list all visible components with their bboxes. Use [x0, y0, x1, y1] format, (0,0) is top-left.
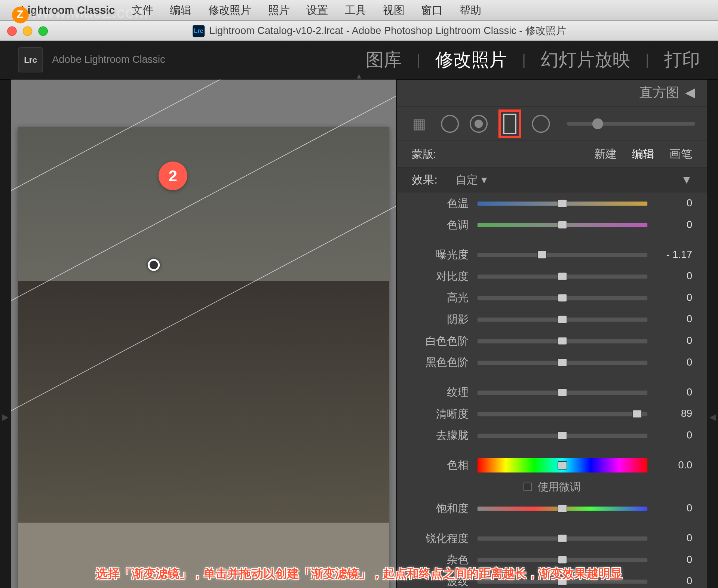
collapse-right-icon[interactable]: ◀: [707, 80, 718, 588]
slider-temp[interactable]: 色温0: [397, 193, 707, 214]
slider-hue[interactable]: 色相0.0: [397, 455, 707, 476]
maximize-window-icon[interactable]: [38, 26, 48, 36]
main-area: ▶ 显示编辑标记: 总是 ▾ 显示选定的蒙版叠加 完成 直方图◀: [0, 80, 718, 588]
module-slideshow[interactable]: 幻灯片放映: [541, 47, 630, 72]
slider-list: 色温0 色调0 曝光度- 1.17 对比度0 高光0 阴影0 白色色阶0 黑色色…: [397, 193, 707, 588]
slider-exposure[interactable]: 曝光度- 1.17: [397, 244, 707, 266]
collapse-left-icon[interactable]: ▶: [0, 80, 11, 588]
module-picker: 图库 | 修改照片 | 幻灯片放映 | 打印: [366, 47, 700, 72]
gradient-filter-icon[interactable]: [498, 109, 521, 138]
slider-shadows[interactable]: 阴影0: [397, 309, 707, 330]
effect-collapse-icon[interactable]: ▼: [681, 173, 692, 187]
menu-window[interactable]: 窗口: [421, 3, 443, 17]
effect-header: 效果: 自定 ▾ ▼: [397, 167, 707, 193]
crop-tool-icon[interactable]: ▦: [409, 113, 430, 135]
traffic-lights: [7, 26, 48, 36]
slider-whites[interactable]: 白色色阶0: [397, 330, 707, 352]
mask-new[interactable]: 新建: [594, 146, 617, 162]
effect-label: 效果:: [412, 172, 438, 188]
finetune-checkbox[interactable]: [523, 483, 531, 491]
window-titlebar: Lrc Lightroom Catalog-v10-2.lrcat - Adob…: [0, 20, 718, 40]
photo-preview: [18, 127, 389, 588]
finetune-row[interactable]: 使用微调: [397, 476, 707, 498]
collapse-top-icon[interactable]: ▲: [355, 72, 362, 80]
mask-edit[interactable]: 编辑: [632, 146, 655, 162]
menu-develop[interactable]: 修改照片: [208, 3, 251, 17]
app-header: Lrc Adobe Lightroom Classic 图库 | 修改照片 | …: [0, 41, 718, 80]
canvas-area: 显示编辑标记: 总是 ▾ 显示选定的蒙版叠加 完成: [11, 80, 396, 588]
spot-tool-icon[interactable]: [441, 114, 459, 132]
slider-saturation[interactable]: 饱和度0: [397, 498, 707, 519]
slider-dehaze[interactable]: 去朦胧0: [397, 425, 707, 446]
module-print[interactable]: 打印: [664, 47, 700, 72]
slider-blacks[interactable]: 黑色色阶0: [397, 352, 707, 373]
radial-filter-icon[interactable]: [532, 114, 550, 132]
gradient-overlay: [18, 127, 389, 588]
watermark: Zwww.MacZ.com: [12, 4, 148, 23]
minimize-window-icon[interactable]: [23, 26, 33, 36]
module-develop[interactable]: 修改照片: [435, 47, 507, 72]
slider-sharpness[interactable]: 锐化程度0: [397, 527, 707, 549]
menu-help[interactable]: 帮助: [460, 3, 481, 17]
window-title: Lrc Lightroom Catalog-v10-2.lrcat - Adob…: [48, 24, 711, 38]
slider-clarity[interactable]: 清晰度89: [397, 403, 707, 425]
menu-view[interactable]: 视图: [383, 3, 405, 17]
close-window-icon[interactable]: [7, 26, 17, 36]
develop-panel: 直方图◀ ▦ 蒙版: 新建 编辑 画笔 效果: 自定 ▾ ▼ 色温0 色调0: [396, 80, 707, 588]
annotation-badge-2: 2: [159, 161, 187, 190]
collapse-histogram-icon[interactable]: ◀: [685, 85, 695, 101]
slider-tint[interactable]: 色调0: [397, 214, 707, 236]
image-canvas[interactable]: [11, 80, 396, 588]
slider-highlights[interactable]: 高光0: [397, 287, 707, 309]
redeye-tool-icon[interactable]: [470, 114, 488, 132]
mask-brush[interactable]: 画笔: [669, 146, 692, 162]
slider-texture[interactable]: 纹理0: [397, 382, 707, 403]
tool-strip: ▦: [397, 107, 707, 141]
mask-pin-icon[interactable]: [148, 259, 160, 271]
menu-settings[interactable]: 设置: [306, 3, 328, 17]
module-library[interactable]: 图库: [366, 47, 402, 72]
brand-label: Adobe Lightroom Classic: [52, 54, 165, 66]
menu-tools[interactable]: 工具: [345, 3, 366, 17]
slider-contrast[interactable]: 对比度0: [397, 265, 707, 287]
menu-photo[interactable]: 照片: [268, 3, 290, 17]
brush-amount-slider[interactable]: [567, 122, 695, 126]
effect-preset-dropdown[interactable]: 自定 ▾: [455, 172, 487, 188]
lrc-doc-icon: Lrc: [193, 25, 205, 37]
histogram-header[interactable]: 直方图◀: [397, 80, 707, 107]
tutorial-caption: 选择「渐变滤镜」，单击并拖动以创建「渐变滤镜」，起点和终点之间的距离越长，渐变效…: [0, 564, 718, 582]
mask-label: 蒙版:: [412, 147, 436, 161]
mask-row: 蒙版: 新建 编辑 画笔: [397, 141, 707, 167]
menu-edit[interactable]: 编辑: [170, 3, 191, 17]
app-logo-icon: Lrc: [18, 47, 43, 72]
